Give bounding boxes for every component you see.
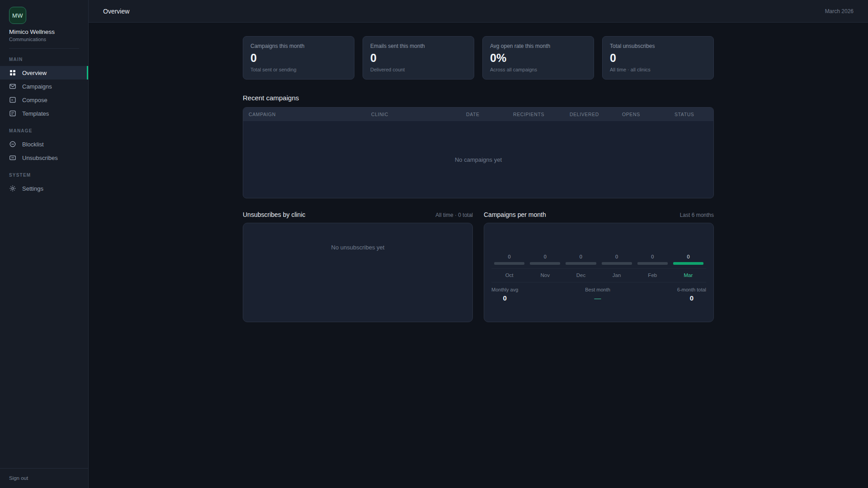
bar xyxy=(566,262,596,265)
sidebar-item-blocklist[interactable]: Blocklist xyxy=(0,137,88,151)
chart-footer-stats: Monthly avg0Best month—6-month total0 xyxy=(491,282,706,302)
content-scroll-area[interactable]: Campaigns this month0Total sent or sendi… xyxy=(89,23,868,488)
bottom-panels-row: Unsubscribes by clinic All time · 0 tota… xyxy=(243,211,714,322)
sidebar-item-settings[interactable]: Settings xyxy=(0,182,88,195)
column-header-delivered: DELIVERED xyxy=(570,112,622,117)
sidebar-item-compose[interactable]: Compose xyxy=(0,93,88,107)
sidebar-item-unsubscribes[interactable]: Unsubscribes xyxy=(0,151,88,164)
stat-card-sublabel: Total sent or sending xyxy=(250,67,347,72)
org-avatar: MW xyxy=(9,7,26,24)
stat-card-label: Total unsubscribes xyxy=(610,43,706,49)
bar xyxy=(673,262,703,265)
stat-card-value: 0 xyxy=(610,52,706,65)
empty-unsubscribes-text: No unsubscribes yet xyxy=(331,244,385,251)
table-header-row: CAMPAIGNCLINICDATERECIPIENTSDELIVEREDOPE… xyxy=(243,108,713,121)
chart-bar-column: 0 xyxy=(599,254,635,265)
stat-card-label: Campaigns this month xyxy=(250,43,347,49)
column-header-opens: OPENS xyxy=(622,112,675,117)
column-header-clinic: CLINIC xyxy=(371,112,466,117)
month-label: Feb xyxy=(635,272,670,278)
sidebar-item-label: Unsubscribes xyxy=(22,155,58,161)
bar-value-label: 0 xyxy=(580,254,582,259)
chart-footer-stat: Best month— xyxy=(585,287,610,302)
templates-icon xyxy=(9,110,16,117)
stat-card: Emails sent this month0Delivered count xyxy=(363,36,474,80)
bar xyxy=(637,262,668,265)
stat-card-sublabel: Delivered count xyxy=(370,67,467,72)
sidebar-item-label: Settings xyxy=(22,185,43,192)
active-indicator xyxy=(87,66,88,80)
unsubscribes-panel-title: Unsubscribes by clinic xyxy=(243,211,306,218)
chart-panel-meta: Last 6 months xyxy=(680,212,714,218)
column-header-recipients: RECIPIENTS xyxy=(513,112,570,117)
bar xyxy=(602,262,632,265)
month-label: Jan xyxy=(599,272,635,278)
chart-panel-title: Campaigns per month xyxy=(484,211,546,218)
chart-footer-stat-label: 6-month total xyxy=(677,287,706,292)
sidebar-item-label: Overview xyxy=(22,70,47,76)
chart-footer-stat-label: Monthly avg xyxy=(491,287,518,292)
chart-bar-column: 0 xyxy=(635,254,670,265)
chart-bar-column: 0 xyxy=(491,254,527,265)
sidebar-item-templates[interactable]: Templates xyxy=(0,107,88,120)
unsubscribe-icon xyxy=(9,154,16,161)
mail-icon xyxy=(9,83,16,90)
stat-card: Avg open rate this month0%Across all cam… xyxy=(482,36,594,80)
sidebar-nav: MAINOverviewCampaignsComposeTemplatesMAN… xyxy=(0,49,88,468)
month-label: Dec xyxy=(563,272,599,278)
org-subtitle: Communications xyxy=(9,37,79,42)
unsubscribes-section: Unsubscribes by clinic All time · 0 tota… xyxy=(243,211,473,322)
unsubscribes-panel: No unsubscribes yet xyxy=(243,223,473,322)
stat-card: Campaigns this month0Total sent or sendi… xyxy=(243,36,354,80)
column-header-date: DATE xyxy=(466,112,513,117)
chart-bars-row: 000000 xyxy=(491,230,706,265)
chart-footer-stat: 6-month total0 xyxy=(677,287,706,302)
bar-value-label: 0 xyxy=(687,254,689,259)
period-label: March 2026 xyxy=(825,8,854,14)
recent-campaigns-title: Recent campaigns xyxy=(243,94,714,102)
sidebar-item-label: Compose xyxy=(22,97,47,103)
chart-bar-column: 0 xyxy=(563,254,599,265)
table-empty-state: No campaigns yet xyxy=(243,121,713,198)
month-label: Mar xyxy=(670,272,706,278)
compose-icon xyxy=(9,96,16,103)
campaigns-per-month-chart: 000000 OctNovDecJanFebMar Monthly avg0Be… xyxy=(484,223,714,322)
bar xyxy=(494,262,524,265)
sidebar-item-label: Blocklist xyxy=(22,141,44,148)
campaigns-chart-section: Campaigns per month Last 6 months 000000… xyxy=(484,211,714,322)
bar-value-label: 0 xyxy=(544,254,547,259)
app-root: MW Mimico Wellness Communications MAINOv… xyxy=(0,0,868,488)
main-area: Overview March 2026 Campaigns this month… xyxy=(89,0,868,488)
chart-bar-column: 0 xyxy=(670,254,706,265)
sidebar-item-campaigns[interactable]: Campaigns xyxy=(0,80,88,93)
page-title: Overview xyxy=(103,8,129,15)
chart-footer-stat-value: — xyxy=(585,294,610,302)
chart-footer-stat-value: 0 xyxy=(491,294,518,302)
stat-card: Total unsubscribes0All time · all clinic… xyxy=(602,36,714,80)
chart-panel-header: Campaigns per month Last 6 months xyxy=(484,211,714,218)
content-container: Campaigns this month0Total sent or sendi… xyxy=(243,23,714,340)
column-header-campaign: CAMPAIGN xyxy=(249,112,371,117)
stat-card-label: Emails sent this month xyxy=(370,43,467,49)
nav-section-label: MAIN xyxy=(0,49,88,66)
sidebar: MW Mimico Wellness Communications MAINOv… xyxy=(0,0,89,488)
month-label: Nov xyxy=(527,272,563,278)
stat-card-sublabel: All time · all clinics xyxy=(610,67,706,72)
chart-footer-stat-label: Best month xyxy=(585,287,610,292)
bar xyxy=(530,262,560,265)
sidebar-item-overview[interactable]: Overview xyxy=(0,66,88,80)
chart-footer-stat-value: 0 xyxy=(677,294,706,302)
sign-out-link[interactable]: Sign out xyxy=(9,475,28,481)
chart-month-labels-row: OctNovDecJanFebMar xyxy=(491,268,706,282)
empty-campaigns-text: No campaigns yet xyxy=(455,156,502,163)
stat-card-value: 0% xyxy=(490,52,586,65)
topbar: Overview March 2026 xyxy=(89,0,868,23)
unsubscribes-panel-header: Unsubscribes by clinic All time · 0 tota… xyxy=(243,211,473,218)
org-name: Mimico Wellness xyxy=(9,28,79,35)
org-header: MW Mimico Wellness Communications xyxy=(0,0,88,49)
grid-icon xyxy=(9,69,16,76)
recent-campaigns-table: CAMPAIGNCLINICDATERECIPIENTSDELIVEREDOPE… xyxy=(243,107,714,198)
bar-value-label: 0 xyxy=(615,254,618,259)
stats-cards-row: Campaigns this month0Total sent or sendi… xyxy=(243,36,714,80)
column-header-status: STATUS xyxy=(675,112,708,117)
